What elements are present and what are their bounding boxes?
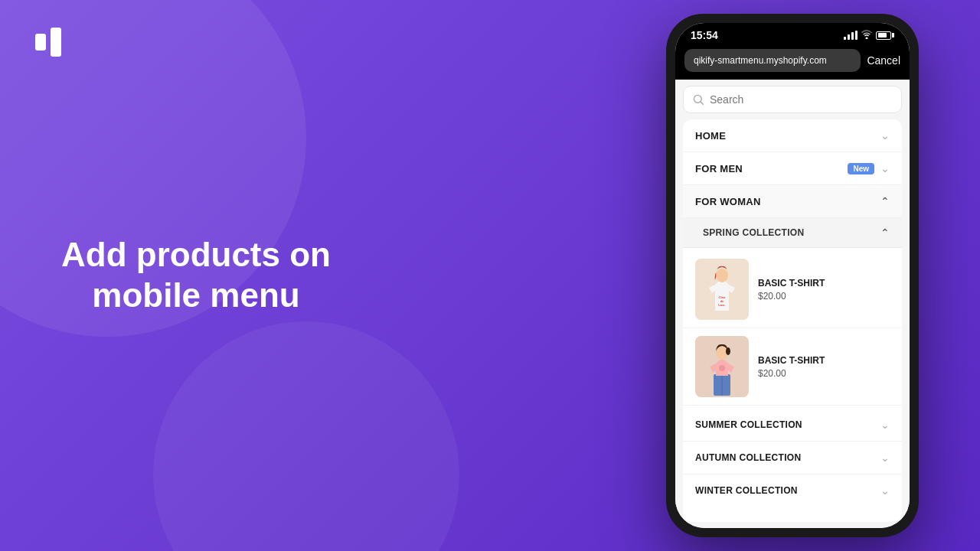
submenu-label-spring: SPRING COLLECTION (703, 227, 880, 238)
url-bar: qikify-smartmenu.myshopify.com Cancel (675, 44, 910, 80)
battery-icon (876, 31, 894, 40)
headline-line2: mobile menu (92, 276, 299, 314)
search-input[interactable] (710, 93, 892, 106)
svg-point-8 (716, 269, 728, 282)
submenu-spring: SPRING COLLECTION ⌃ (683, 218, 902, 507)
collection-item-summer[interactable]: SUMMER COLLECTION ⌄ (683, 409, 902, 442)
menu-item-for-woman[interactable]: FOR WOMAN ⌃ (683, 185, 902, 218)
phone-content: HOME ⌄ FOR MEN New ⌄ FOR WOMAN ⌃ (675, 80, 910, 528)
search-icon (693, 94, 704, 105)
collection-item-winter[interactable]: WINTER COLLECTION ⌄ (683, 474, 902, 507)
bg-circle-2 (153, 321, 459, 551)
chevron-up-icon: ⌃ (880, 195, 890, 207)
collection-label-autumn: AUTUMN COLLECTION (695, 452, 880, 463)
product-card-2[interactable]: BASIC T-SHIRT $20.00 (683, 328, 902, 406)
wifi-icon (861, 30, 872, 41)
chevron-down-icon: ⌄ (880, 484, 890, 497)
headline: Add products on mobile menu (61, 235, 331, 316)
chevron-down-icon: ⌄ (880, 129, 890, 142)
cancel-button[interactable]: Cancel (867, 54, 900, 67)
product-price-2: $20.00 (758, 368, 825, 379)
svg-point-14 (726, 347, 730, 355)
logo (31, 23, 69, 61)
new-badge: New (848, 163, 874, 174)
chevron-up-icon: ⌃ (880, 227, 890, 239)
headline-line1: Add products on (61, 236, 331, 273)
product-info-1: BASIC T-SHIRT $20.00 (758, 278, 825, 302)
chevron-down-icon: ⌄ (880, 162, 890, 174)
search-bar[interactable] (683, 86, 902, 113)
menu-item-home[interactable]: HOME ⌄ (683, 119, 902, 152)
phone-inner: 15:54 (675, 23, 910, 528)
product-image-2 (695, 336, 749, 397)
status-time: 15:54 (691, 29, 718, 41)
product-info-2: BASIC T-SHIRT $20.00 (758, 355, 825, 379)
menu-label-for-men: FOR MEN (695, 163, 848, 174)
phone-mockup: 15:54 (666, 14, 919, 537)
product-name-2: BASIC T-SHIRT (758, 355, 825, 366)
menu-label-home: HOME (695, 130, 880, 142)
svg-text:lune.: lune. (718, 303, 725, 307)
product-card-1[interactable]: Clair de lune. (683, 251, 902, 328)
menu-list: HOME ⌄ FOR MEN New ⌄ FOR WOMAN ⌃ (683, 119, 902, 522)
product-image-1: Clair de lune. (695, 259, 749, 320)
collection-label-winter: WINTER COLLECTION (695, 485, 880, 496)
svg-rect-1 (51, 28, 61, 57)
product-price-1: $20.00 (758, 291, 825, 302)
submenu-item-spring[interactable]: SPRING COLLECTION ⌃ (683, 218, 902, 248)
status-bar: 15:54 (675, 23, 910, 44)
menu-item-for-men[interactable]: FOR MEN New ⌄ (683, 152, 902, 185)
notch (750, 23, 835, 40)
svg-line-3 (701, 102, 704, 105)
status-icons (844, 30, 894, 41)
collection-item-autumn[interactable]: AUTUMN COLLECTION ⌄ (683, 442, 902, 474)
chevron-down-icon: ⌄ (880, 452, 890, 464)
products-area: Clair de lune. (683, 248, 902, 409)
signal-icon (844, 31, 858, 40)
phone-outer: 15:54 (666, 14, 919, 537)
chevron-down-icon: ⌄ (880, 419, 890, 431)
collection-label-summer: SUMMER COLLECTION (695, 419, 880, 430)
menu-label-for-woman: FOR WOMAN (695, 196, 880, 207)
url-text: qikify-smartmenu.myshopify.com (694, 55, 827, 66)
product-name-1: BASIC T-SHIRT (758, 278, 825, 289)
url-field[interactable]: qikify-smartmenu.myshopify.com (684, 49, 861, 72)
svg-rect-0 (35, 34, 46, 51)
svg-point-12 (719, 365, 725, 371)
